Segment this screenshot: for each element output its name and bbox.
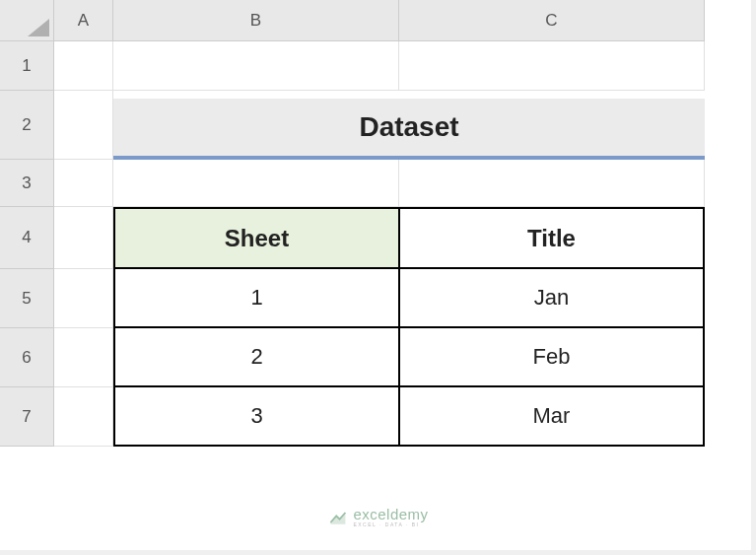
table-cell-sheet-2[interactable]: 2 [113,328,399,387]
cell-b1[interactable] [113,41,399,91]
col-header-b[interactable]: B [113,0,399,41]
cell-b3[interactable] [113,160,399,207]
cell-a5[interactable] [54,269,113,328]
watermark-logo-icon [327,508,347,527]
row-header-3[interactable]: 3 [0,160,54,207]
select-all-corner[interactable] [0,0,54,41]
watermark: exceldemy EXCEL · DATA · BI [327,507,428,527]
row-header-2[interactable]: 2 [0,91,54,160]
table-cell-sheet-3[interactable]: 3 [113,387,399,447]
col-header-c[interactable]: C [399,0,705,41]
spreadsheet-grid: A B C 1 2 Dataset 3 4 Sheet Title 5 1 Ja… [0,0,756,447]
table-header-title[interactable]: Title [399,207,705,269]
table-cell-title-3[interactable]: Mar [399,387,705,447]
table-header-sheet[interactable]: Sheet [113,207,399,269]
row-header-1[interactable]: 1 [0,41,54,91]
dataset-title[interactable]: Dataset [113,99,705,160]
cell-a7[interactable] [54,387,113,447]
col-header-a[interactable]: A [54,0,113,41]
row-header-6[interactable]: 6 [0,328,54,387]
cell-c1[interactable] [399,41,705,91]
table-cell-title-1[interactable]: Jan [399,269,705,328]
cell-c3[interactable] [399,160,705,207]
table-cell-sheet-1[interactable]: 1 [113,269,399,328]
watermark-text-sub: EXCEL · DATA · BI [353,522,428,527]
cell-a3[interactable] [54,160,113,207]
cell-a1[interactable] [54,41,113,91]
watermark-text-main: exceldemy [353,507,428,521]
table-cell-title-2[interactable]: Feb [399,328,705,387]
row-header-7[interactable]: 7 [0,387,54,447]
row-header-4[interactable]: 4 [0,207,54,269]
frame-border-right [751,0,756,555]
row-header-5[interactable]: 5 [0,269,54,328]
cell-a2[interactable] [54,91,113,160]
cell-a6[interactable] [54,328,113,387]
frame-border-bottom [0,550,756,555]
cell-a4[interactable] [54,207,113,269]
